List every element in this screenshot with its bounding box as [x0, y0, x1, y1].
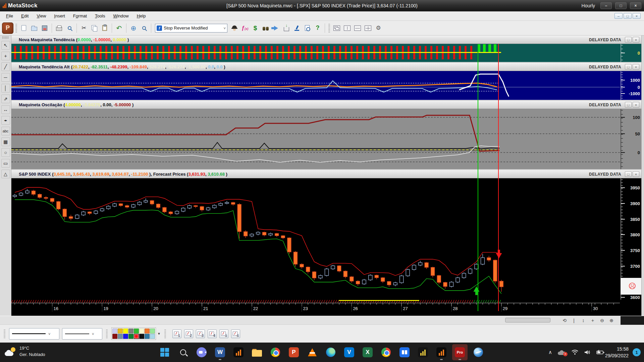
- taskbar-icon-edge[interactable]: [323, 344, 338, 360]
- taskbar-icon-metastock-active[interactable]: [434, 344, 449, 360]
- color-swatch[interactable]: [118, 328, 123, 334]
- color-swatch[interactable]: [145, 334, 150, 339]
- panel-close-icon[interactable]: ×: [633, 37, 639, 43]
- indicator-builder-button[interactable]: ƒ(x): [240, 23, 250, 33]
- layout-button-3[interactable]: 3: [196, 329, 205, 338]
- color-swatch[interactable]: [145, 328, 150, 334]
- forecaster-button[interactable]: [271, 23, 281, 33]
- maximize-icon[interactable]: □: [615, 2, 627, 9]
- color-swatch[interactable]: [134, 328, 139, 334]
- notification-badge[interactable]: 1: [633, 348, 641, 356]
- panel-restore-icon[interactable]: □: [625, 64, 632, 70]
- mdi-restore-icon[interactable]: □: [624, 13, 632, 19]
- panel-restore-icon[interactable]: □: [625, 102, 632, 108]
- crosshair-tool[interactable]: +: [1, 52, 10, 60]
- battery-icon[interactable]: [596, 350, 604, 355]
- color-swatch[interactable]: [150, 334, 155, 339]
- clock[interactable]: 15:58 29/09/2022: [605, 346, 629, 359]
- taskbar-icon-metastock-pro[interactable]: Pro: [452, 344, 468, 360]
- color-swatch[interactable]: [118, 334, 123, 339]
- horizontal-line-tool[interactable]: ─: [1, 73, 10, 82]
- tray-chevron-up-icon[interactable]: ∧: [548, 349, 552, 355]
- price-chart[interactable]: 395039003850380037503700365036003634.070: [11, 178, 644, 300]
- copy-button[interactable]: [90, 23, 99, 33]
- template-combo[interactable]: f Stop Reverse Modified ˅: [155, 24, 227, 33]
- panel-close-icon[interactable]: ×: [633, 171, 639, 177]
- taskbar-icon-store[interactable]: [397, 344, 412, 360]
- taskbar-icon-start[interactable]: [157, 344, 172, 360]
- mdi-close-icon[interactable]: ×: [633, 13, 641, 19]
- taskbar-icon-vlc[interactable]: [305, 344, 320, 360]
- metastock-pro-icon[interactable]: P: [2, 22, 13, 34]
- taskbar-icon-powerpoint[interactable]: P: [286, 344, 302, 360]
- close-icon[interactable]: ×: [630, 2, 641, 9]
- taskbar-icon-visual-studio[interactable]: V: [341, 344, 357, 360]
- tile-grid-button[interactable]: [363, 23, 373, 33]
- taskbar-icon-chat[interactable]: [194, 344, 209, 360]
- line-style-combo[interactable]: ˅: [9, 328, 59, 340]
- panel-close-icon[interactable]: ×: [633, 102, 639, 108]
- toolbar2-grip[interactable]: [4, 329, 5, 338]
- taskbar-icon-search[interactable]: [175, 344, 191, 360]
- taskbar-icon-blue-sphere-app[interactable]: [471, 344, 486, 360]
- ray-tool[interactable]: ⇗: [1, 95, 10, 103]
- cut-button[interactable]: ✂: [79, 23, 89, 33]
- tendencia-alt-chart[interactable]: 10000-1000: [11, 71, 644, 100]
- color-swatch[interactable]: [123, 334, 128, 339]
- panel-close-icon[interactable]: ×: [633, 64, 639, 70]
- layout-button-4[interactable]: 4: [208, 329, 217, 338]
- mdi-minimize-icon[interactable]: –: [614, 13, 623, 19]
- color-swatch[interactable]: [139, 328, 144, 334]
- layout-button-1[interactable]: 1: [172, 329, 181, 338]
- y-axis[interactable]: 0: [621, 44, 644, 62]
- menu-edit[interactable]: Edit: [17, 12, 33, 20]
- tile-vertical-button[interactable]: [342, 23, 352, 33]
- color-swatch[interactable]: [150, 328, 155, 334]
- vertical-line-tool[interactable]: │: [1, 84, 10, 93]
- triangle-tool[interactable]: △: [1, 170, 10, 178]
- taskbar-icon-excel[interactable]: X: [360, 344, 375, 360]
- color-swatch[interactable]: [128, 334, 133, 339]
- menu-window[interactable]: Window: [109, 12, 132, 20]
- report-button[interactable]: [303, 23, 312, 33]
- print-button[interactable]: [54, 23, 64, 33]
- taskbar-icon-file-explorer[interactable]: [249, 344, 265, 360]
- downloader-button[interactable]: [282, 23, 291, 33]
- trendline-tool[interactable]: ╱: [1, 62, 10, 71]
- pan-icon[interactable]: +: [589, 317, 596, 324]
- menu-file[interactable]: File: [2, 12, 17, 20]
- panel-restore-icon[interactable]: □: [625, 37, 632, 43]
- taskbar-icon-browser[interactable]: [378, 344, 394, 360]
- tile-horizontal-button[interactable]: [353, 23, 362, 33]
- cascade-windows-button[interactable]: [332, 23, 341, 33]
- workspace-options-button[interactable]: ⚙: [374, 23, 383, 33]
- color-swatch[interactable]: [112, 334, 117, 339]
- open-button[interactable]: [30, 23, 39, 33]
- explorer-button[interactable]: [261, 23, 270, 33]
- panel-header-price[interactable]: S&P 500 INDEX (3,645.10, 3,645.43, 3,619…: [11, 170, 644, 178]
- save-button[interactable]: [40, 23, 49, 33]
- toolbar-grip[interactable]: [15, 24, 17, 33]
- layout-button-6[interactable]: 6: [231, 329, 240, 338]
- refresh-icon[interactable]: ⟲: [561, 317, 568, 324]
- toolbar2-grip-2[interactable]: [106, 329, 108, 338]
- paste-button[interactable]: [100, 23, 109, 33]
- print-preview-button[interactable]: [65, 23, 74, 33]
- layout-button-2[interactable]: 2: [184, 329, 193, 338]
- new-chart-button[interactable]: [19, 23, 29, 33]
- context-help-button[interactable]: ?: [313, 23, 322, 33]
- onedrive-error-icon[interactable]: ×: [558, 350, 566, 355]
- line-weight-combo[interactable]: ˅: [62, 328, 102, 340]
- splitter-handle[interactable]: ◂▸: [1, 116, 10, 125]
- panel-header-tendencia[interactable]: Nova Maquineta Tendência (0.0000, -1.000…: [11, 36, 644, 44]
- panel-restore-icon[interactable]: □: [625, 171, 632, 177]
- menu-insert[interactable]: Insert: [50, 12, 69, 20]
- pointer-tool[interactable]: ↖: [1, 41, 10, 50]
- color-swatch[interactable]: [128, 328, 133, 334]
- expand-tool[interactable]: ↔: [1, 105, 10, 114]
- text-tool[interactable]: abc: [1, 127, 10, 135]
- menu-format[interactable]: Format: [69, 12, 91, 20]
- layout-button-5[interactable]: 5: [219, 329, 228, 338]
- tendencia-chart[interactable]: 0: [11, 44, 644, 62]
- taskbar-icon-chrome[interactable]: [268, 344, 283, 360]
